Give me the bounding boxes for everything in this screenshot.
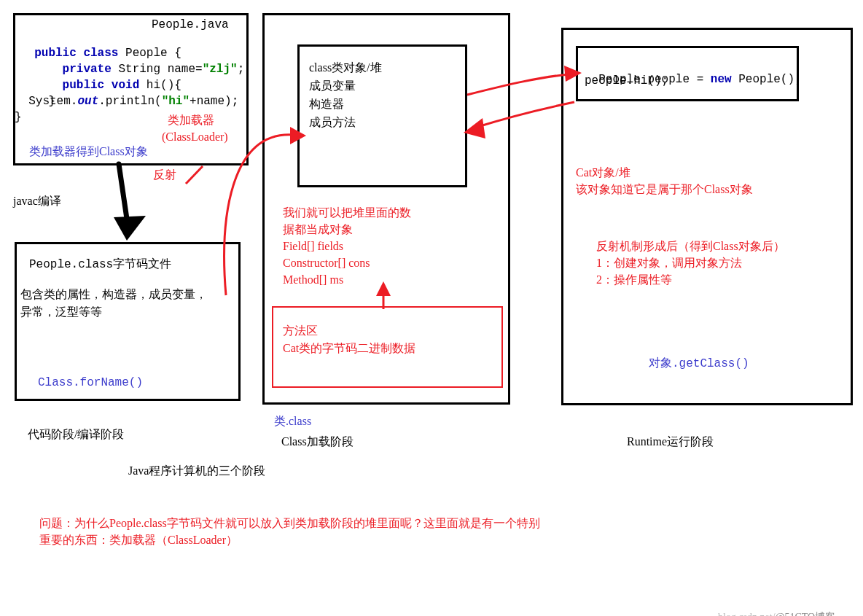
classloader-label: 类加载器 [168, 113, 214, 128]
javac-label: javac编译 [13, 194, 61, 209]
code-line-6: } [15, 109, 22, 125]
heap-l2: 成员变量 [309, 79, 356, 94]
class-forname: Class.forName() [38, 375, 143, 391]
heap-l4: 成员方法 [309, 115, 356, 130]
bytecode-title: People.class字节码文件 [29, 257, 171, 273]
classloader-gets: 类加载器得到Class对象 [29, 144, 148, 160]
code-line-5: } [20, 93, 55, 109]
svg-line-2 [186, 166, 203, 184]
stage3-label: Runtime运行阶段 [627, 434, 714, 450]
reflect-label: 反射 [153, 168, 176, 183]
runtime-code-l2: people.hi(); [585, 73, 668, 89]
stage2-label: Class加载阶段 [281, 434, 354, 450]
bytecode-body: 包含类的属性，构造器，成员变量， 异常，泛型等等 [20, 286, 207, 321]
heap-explain: 我们就可以把堆里面的数 据都当成对象 Field[] fields Constr… [283, 204, 411, 288]
class-dot-class: 类.class [274, 414, 311, 429]
classloader-en: (ClassLoader) [162, 130, 228, 144]
svg-marker-1 [114, 216, 146, 241]
getclass-label: 对象.getClass() [649, 356, 749, 372]
stage1-label: 代码阶段/编译阶段 [28, 427, 124, 442]
reflect-after: 反射机制形成后（得到Class对象后） 1：创建对象，调用对象方法 2：操作属性… [596, 238, 785, 288]
heap-l3: 构造器 [309, 97, 344, 112]
three-stages-label: Java程序计算机的三个阶段 [128, 464, 265, 479]
method-area-l2: Cat类的字节码二进制数据 [283, 341, 415, 356]
watermark: blog.csdn.net/@51CTO博客 [713, 599, 835, 616]
svg-line-0 [119, 164, 127, 219]
heap-l1: class类对象/堆 [309, 61, 382, 76]
question-text: 问题：为什么People.class字节码文件就可以放入到类加载阶段的堆里面呢？… [39, 515, 540, 548]
method-area-l1: 方法区 [283, 324, 318, 339]
cat-note: Cat对象/堆 该对象知道它是属于那个Class对象 [576, 164, 753, 198]
